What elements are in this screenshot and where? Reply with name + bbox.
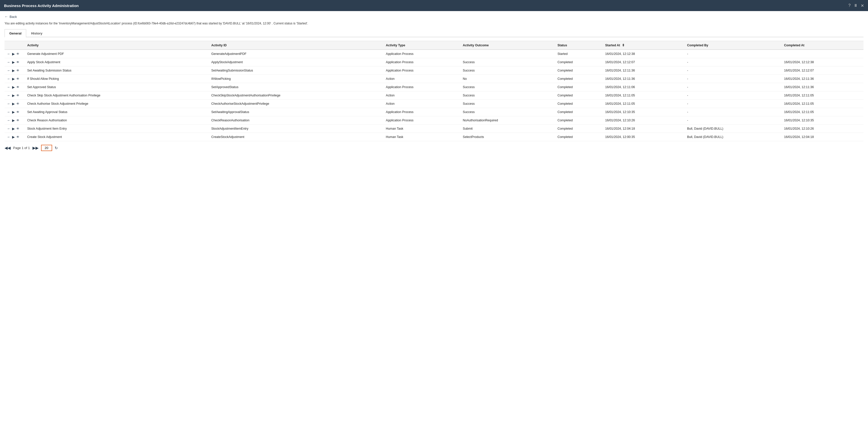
- cell-status: Completed: [555, 66, 602, 75]
- refresh-button[interactable]: ↻: [55, 146, 58, 150]
- cell-startedAt: 16/01/2024, 12:11:36: [603, 75, 685, 83]
- view-icon[interactable]: 👁: [17, 85, 20, 89]
- table-row: ← ▶ 👁 Set Awaiting Submission StatusSetA…: [4, 66, 864, 75]
- cell-status: Completed: [555, 100, 602, 108]
- cell-startedAt: 16/01/2024, 12:10:35: [603, 108, 685, 116]
- cell-activityOutcome: Submit: [460, 125, 555, 133]
- row-actions-cell: ← ▶ 👁: [4, 108, 25, 116]
- table-row: ← ▶ 👁 If Should Allow PickingIfAllowPick…: [4, 75, 864, 83]
- cell-startedAt: 16/01/2024, 12:04:18: [603, 125, 685, 133]
- revert-icon[interactable]: ←: [7, 77, 10, 81]
- cell-activityType: Action: [383, 75, 460, 83]
- view-icon[interactable]: 👁: [17, 127, 20, 130]
- view-icon[interactable]: 👁: [17, 77, 20, 80]
- revert-icon[interactable]: ←: [7, 127, 10, 131]
- pause-button[interactable]: ⏸: [854, 3, 858, 8]
- row-actions-cell: ← ▶ 👁: [4, 125, 25, 133]
- play-icon[interactable]: ▶: [12, 60, 15, 64]
- cell-completedAt: 16/01/2024, 12:11:36: [782, 75, 864, 83]
- view-icon[interactable]: 👁: [17, 135, 20, 139]
- cell-completedAt: 16/01/2024, 12:12:38: [782, 58, 864, 66]
- cell-activityOutcome: Success: [460, 108, 555, 116]
- close-button[interactable]: ✕: [861, 3, 864, 8]
- row-actions-cell: ← ▶ 👁: [4, 75, 25, 83]
- cell-status: Started: [555, 49, 602, 58]
- view-icon[interactable]: 👁: [17, 102, 20, 105]
- cell-completedBy: -: [685, 108, 782, 116]
- cell-startedAt: 16/01/2024, 12:00:35: [603, 133, 685, 141]
- help-button[interactable]: ?: [848, 3, 850, 8]
- page-title: Business Process Activity Administration: [4, 3, 79, 8]
- row-actions-cell: ← ▶ 👁: [4, 58, 25, 66]
- play-icon[interactable]: ▶: [12, 102, 15, 106]
- cell-activityId: GenerateAdjustmentPDF: [209, 49, 383, 58]
- row-actions-cell: ← ▶ 👁: [4, 100, 25, 108]
- play-icon[interactable]: ▶: [12, 118, 15, 122]
- cell-completedAt: 16/01/2024, 12:04:18: [782, 133, 864, 141]
- col-started-at[interactable]: Started At ⇕: [603, 41, 685, 50]
- revert-icon[interactable]: ←: [7, 68, 10, 72]
- cell-activityId: IfAllowPicking: [209, 75, 383, 83]
- cell-activity: Check Authorise Stock Adjustment Privile…: [25, 100, 209, 108]
- tab-history[interactable]: History: [26, 29, 47, 37]
- play-icon[interactable]: ▶: [12, 68, 15, 72]
- cell-activityId: SetAwaitingApprovalStatus: [209, 108, 383, 116]
- cell-activityOutcome: [460, 49, 555, 58]
- play-icon[interactable]: ▶: [12, 52, 15, 56]
- cell-completedBy: -: [685, 116, 782, 125]
- back-button[interactable]: ← Back: [4, 14, 17, 19]
- cell-activityType: Application Process: [383, 58, 460, 66]
- row-actions-cell: ← ▶ 👁: [4, 116, 25, 125]
- cell-activityId: ApplyStockAdjustment: [209, 58, 383, 66]
- tab-general[interactable]: General: [4, 29, 26, 37]
- cell-activityId: SetApprovedStatus: [209, 83, 383, 91]
- view-icon[interactable]: 👁: [17, 60, 20, 64]
- play-icon[interactable]: ▶: [12, 135, 15, 139]
- row-actions-cell: ← ▶ 👁: [4, 66, 25, 75]
- first-page-button[interactable]: ◀◀: [4, 145, 10, 150]
- play-icon[interactable]: ▶: [12, 127, 15, 131]
- back-arrow-icon: ←: [4, 14, 8, 19]
- col-activity-id: Activity ID: [209, 41, 383, 50]
- revert-icon[interactable]: ←: [7, 93, 10, 97]
- play-icon[interactable]: ▶: [12, 110, 15, 114]
- view-icon[interactable]: 👁: [17, 69, 20, 72]
- col-activity-outcome: Activity Outcome: [460, 41, 555, 50]
- revert-icon[interactable]: ←: [7, 102, 10, 106]
- cell-activityId: CheckSkipStockAdjustmentAuthorisationPri…: [209, 91, 383, 100]
- cell-completedBy: Bull, David (DAVID.BULL): [685, 133, 782, 141]
- cell-completedBy: -: [685, 91, 782, 100]
- cell-activity: Set Awaiting Submission Status: [25, 66, 209, 75]
- play-icon[interactable]: ▶: [12, 85, 15, 89]
- revert-icon[interactable]: ←: [7, 135, 10, 139]
- revert-icon[interactable]: ←: [7, 52, 10, 56]
- view-icon[interactable]: 👁: [17, 94, 20, 97]
- cell-completedAt: 16/01/2024, 12:10:26: [782, 125, 864, 133]
- view-icon[interactable]: 👁: [17, 110, 20, 114]
- col-activity-type: Activity Type: [383, 41, 460, 50]
- col-activity: Activity: [25, 41, 209, 50]
- play-icon[interactable]: ▶: [12, 93, 15, 97]
- tabs-container: General History: [4, 29, 864, 37]
- cell-completedBy: -: [685, 58, 782, 66]
- main-content: ← Back You are editing activity instance…: [0, 11, 868, 434]
- last-page-button[interactable]: ▶▶: [32, 145, 38, 150]
- table-row: ← ▶ 👁 Check Reason AuthorisationCheckRea…: [4, 116, 864, 125]
- cell-activity: Check Reason Authorisation: [25, 116, 209, 125]
- cell-completedAt: 16/01/2024, 12:11:05: [782, 91, 864, 100]
- cell-startedAt: 16/01/2024, 12:11:06: [603, 83, 685, 91]
- revert-icon[interactable]: ←: [7, 60, 10, 64]
- cell-activity: Set Approved Status: [25, 83, 209, 91]
- table-row: ← ▶ 👁 Set Awaiting Approval StatusSetAwa…: [4, 108, 864, 116]
- revert-icon[interactable]: ←: [7, 85, 10, 89]
- cell-status: Completed: [555, 125, 602, 133]
- view-icon[interactable]: 👁: [17, 52, 20, 56]
- revert-icon[interactable]: ←: [7, 118, 10, 122]
- cell-activityOutcome: NoAuthorisationRequired: [460, 116, 555, 125]
- col-actions: [4, 41, 25, 50]
- view-icon[interactable]: 👁: [17, 119, 20, 122]
- play-icon[interactable]: ▶: [12, 77, 15, 81]
- page-size-input[interactable]: [41, 145, 52, 151]
- revert-icon[interactable]: ←: [7, 110, 10, 114]
- cell-activity: Check Skip Stock Adjustment Authorisatio…: [25, 91, 209, 100]
